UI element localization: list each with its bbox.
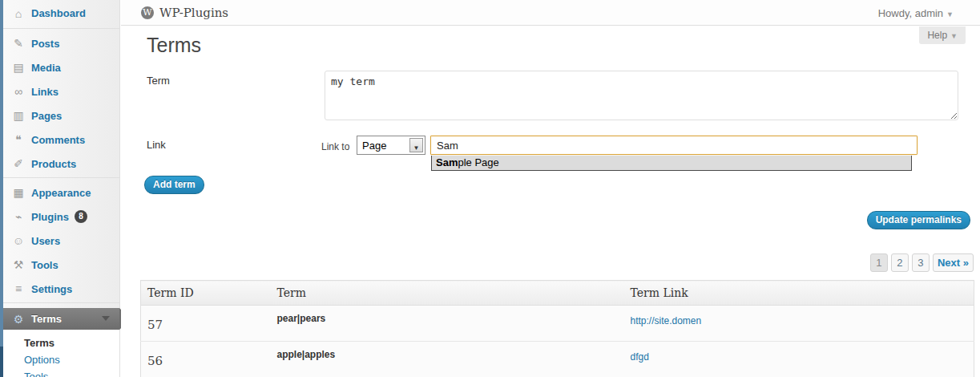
terms-table: Term ID Term Term Link 57 pear|pears htt… — [140, 280, 974, 377]
submenu-item-terms[interactable]: Terms — [3, 334, 119, 351]
sidebar-item-tools[interactable]: ⚒ Tools — [3, 253, 119, 277]
tools-icon: ⚒ — [11, 259, 26, 270]
sidebar-item-label: Posts — [31, 38, 59, 50]
sidebar-item-label: Appearance — [31, 187, 91, 199]
sidebar-item-pages[interactable]: ▥ Pages — [3, 103, 119, 128]
sidebar-separator — [3, 177, 119, 178]
submenu-item-options[interactable]: Options — [3, 351, 119, 368]
gear-icon: ⚙ — [11, 314, 26, 325]
term-id-cell: 57 — [141, 306, 271, 342]
autocomplete-match-text: Sam — [436, 156, 458, 168]
sidebar-item-appearance[interactable]: ▦ Appearance — [3, 180, 119, 205]
page-button-2[interactable]: 2 — [891, 253, 909, 272]
sidebar-item-comments[interactable]: ❝ Comments — [3, 128, 119, 152]
sidebar-item-users[interactable]: ☺ Users — [3, 229, 119, 253]
sidebar-item-label: Terms — [31, 313, 62, 325]
link-to-label: Link to — [321, 141, 349, 152]
term-link[interactable]: http://site.domen — [631, 315, 702, 326]
link-type-select[interactable]: Page ▼ — [357, 136, 425, 155]
sidebar-item-label: Dashboard — [31, 7, 86, 19]
table-header-row: Term ID Term Term Link — [141, 281, 974, 306]
selected-option-label: Page — [362, 140, 386, 152]
sidebar-item-label: Links — [31, 86, 58, 98]
term-link-cell: dfgd — [624, 342, 974, 377]
sidebar-item-label: Pages — [31, 110, 62, 122]
sidebar-item-posts[interactable]: ✎ Posts — [3, 31, 119, 55]
media-frames-icon: ▤ — [11, 62, 26, 73]
term-textarea[interactable]: my term — [325, 71, 958, 120]
chevron-down-icon: ▼ — [413, 144, 420, 152]
settings-sliders-icon: ≡ — [11, 283, 26, 294]
column-header-term-id: Term ID — [141, 281, 271, 306]
sidebar-item-label: Users — [31, 235, 60, 247]
sidebar-item-media[interactable]: ▤ Media — [3, 55, 119, 79]
sidebar-item-plugins[interactable]: ⌁ Plugins 8 — [3, 205, 119, 229]
terms-submenu: Terms Options Tools — [3, 330, 119, 377]
chevron-down-icon: ▼ — [946, 10, 954, 18]
appearance-icon: ▦ — [11, 187, 26, 198]
admin-header-bar — [121, 0, 980, 26]
wordpress-admin-screen: ⌂ Dashboard ✎ Posts ▤ Media ∞ Links ▥ Pa… — [0, 0, 980, 377]
table-row: 57 pear|pears http://site.domen — [141, 306, 974, 342]
sidebar-item-products[interactable]: ✐ Products — [3, 152, 119, 176]
term-link[interactable]: dfgd — [631, 351, 649, 363]
link-search-input[interactable] — [430, 136, 917, 155]
add-term-button[interactable]: Add term — [144, 176, 204, 194]
pagination: 1 2 3 Next » — [870, 253, 974, 272]
plug-icon: ⌁ — [11, 211, 26, 222]
help-label: Help — [927, 30, 947, 41]
submenu-item-tools[interactable]: Tools — [3, 368, 119, 377]
update-permalinks-button[interactable]: Update permalinks — [867, 211, 970, 229]
speech-bubble-icon: ❝ — [11, 134, 26, 145]
select-dropdown-button[interactable]: ▼ — [409, 138, 423, 152]
sidebar-item-label: Comments — [31, 134, 85, 146]
page-button-3[interactable]: 3 — [912, 253, 930, 272]
wordpress-logo-icon: W — [141, 6, 154, 19]
next-page-button[interactable]: Next » — [933, 253, 974, 272]
howdy-label: Howdy, admin — [878, 7, 943, 19]
sidebar-separator — [3, 302, 119, 303]
chevron-down-icon: ▼ — [950, 32, 958, 40]
sidebar-item-links[interactable]: ∞ Links — [3, 79, 119, 103]
sidebar-item-label: Media — [31, 62, 61, 74]
admin-sidebar: ⌂ Dashboard ✎ Posts ▤ Media ∞ Links ▥ Pa… — [3, 0, 120, 377]
account-menu[interactable]: Howdy, admin▼ — [878, 7, 954, 19]
sidebar-item-terms-active[interactable]: ⚙ Terms — [3, 308, 119, 330]
site-name-link[interactable]: WP-Plugins — [159, 6, 228, 20]
column-header-term-link: Term Link — [624, 281, 974, 306]
chevron-down-icon — [102, 316, 110, 321]
main-content: W WP-Plugins Howdy, admin▼ Help▼ Terms T… — [121, 0, 980, 377]
pushpin-icon: ✎ — [11, 38, 26, 49]
sidebar-item-label: Products — [31, 158, 76, 170]
autocomplete-rest-text: ple Page — [458, 156, 498, 168]
term-link-cell: http://site.domen — [624, 306, 974, 342]
sidebar-item-label: Settings — [31, 283, 72, 295]
sidebar-item-label: Plugins — [31, 211, 69, 223]
autocomplete-suggestion-sample-page[interactable]: Sample Page — [431, 156, 912, 171]
table-row: 56 apple|apples dfgd — [141, 342, 974, 377]
pushpin-icon: ✐ — [11, 158, 26, 169]
page-title: Terms — [147, 34, 201, 57]
term-cell: pear|pears — [271, 306, 624, 342]
plugins-update-count-badge: 8 — [75, 210, 87, 223]
term-id-cell: 56 — [141, 342, 271, 377]
link-field-label: Link — [147, 139, 166, 151]
help-tab[interactable]: Help▼ — [919, 26, 966, 44]
users-icon: ☺ — [11, 235, 26, 246]
chain-link-icon: ∞ — [11, 86, 26, 97]
term-field-label: Term — [147, 75, 170, 87]
sidebar-item-dashboard[interactable]: ⌂ Dashboard — [3, 0, 119, 26]
term-cell: apple|apples — [271, 342, 624, 377]
sidebar-item-settings[interactable]: ≡ Settings — [3, 277, 119, 301]
home-icon: ⌂ — [11, 8, 26, 19]
sidebar-item-label: Tools — [31, 259, 58, 271]
pages-icon: ▥ — [11, 110, 26, 121]
page-button-1[interactable]: 1 — [870, 253, 888, 272]
column-header-term: Term — [271, 281, 624, 306]
sidebar-separator — [3, 28, 119, 29]
